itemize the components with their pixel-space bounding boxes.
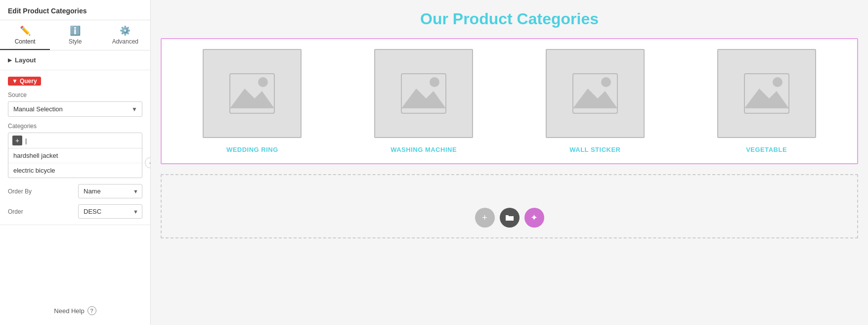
product-card-2: WALL STICKER (531, 49, 659, 153)
layout-arrow-icon: ▶ (8, 57, 12, 63)
query-section: ▼ Query Source Manual Selection All Cate… (0, 70, 150, 225)
tab-style[interactable]: ℹ️ Style (50, 20, 100, 50)
product-image-3 (717, 49, 816, 138)
category-item-1[interactable]: electric bicycle (8, 163, 142, 178)
categories-text-input[interactable] (25, 137, 138, 144)
order-by-label: Order By (8, 188, 32, 195)
order-row: Order DESC ASC ▼ (8, 204, 142, 219)
query-badge-label: Query (20, 78, 37, 85)
product-image-1 (374, 49, 473, 138)
categories-input-row: + (8, 133, 142, 148)
product-card-0: WEDDING RING (188, 49, 316, 153)
product-grid: WEDDING RING WASHING MACHINE WALL ST (161, 38, 858, 164)
categories-label: Categories (8, 123, 142, 130)
query-arrow-icon: ▼ (12, 78, 18, 85)
layout-section-title[interactable]: ▶ Layout (8, 56, 142, 64)
product-name-1: WASHING MACHINE (391, 146, 457, 153)
need-help[interactable]: Need Help ? (0, 296, 150, 325)
tab-advanced[interactable]: ⚙️ Advanced (100, 20, 150, 50)
add-block-button[interactable]: + (475, 208, 495, 228)
style-icon: ℹ️ (70, 25, 81, 36)
add-category-button[interactable]: + (12, 136, 22, 145)
order-by-select[interactable]: Name Date ID (78, 184, 142, 198)
svg-point-10 (773, 77, 782, 87)
categories-box: + hardshell jacket electric bicycle (8, 133, 142, 178)
page-title: Our Product Categories (161, 10, 858, 28)
query-badge[interactable]: ▼ Query (8, 77, 41, 86)
help-icon: ? (87, 306, 96, 315)
svg-point-7 (601, 77, 611, 87)
category-item-0[interactable]: hardshell jacket (8, 148, 142, 163)
tab-content[interactable]: ✏️ Content (0, 20, 50, 50)
magic-button[interactable]: ✦ (524, 208, 544, 228)
source-label: Source (8, 92, 142, 98)
product-card-1: WASHING MACHINE (359, 49, 488, 153)
content-icon: ✏️ (20, 25, 31, 36)
product-image-2 (546, 49, 645, 138)
order-label: Order (8, 208, 23, 215)
order-by-row: Order By Name Date ID ▼ (8, 184, 142, 198)
svg-point-1 (258, 77, 268, 87)
product-name-0: WEDDING RING (226, 146, 278, 153)
product-image-0 (203, 49, 302, 138)
layout-label: Layout (15, 56, 36, 64)
tab-advanced-label: Advanced (112, 38, 138, 45)
product-name-3: VEGETABLE (746, 146, 787, 153)
order-select-wrapper: DESC ASC ▼ (78, 204, 142, 219)
svg-point-4 (430, 77, 439, 87)
order-by-select-wrapper: Name Date ID ▼ (78, 184, 142, 198)
layout-section: ▶ Layout (0, 50, 150, 70)
product-name-2: WALL STICKER (569, 146, 620, 153)
dashed-placeholder-box: + ✦ (161, 174, 858, 238)
advanced-icon: ⚙️ (120, 25, 130, 36)
tab-style-label: Style (69, 38, 82, 45)
folder-button[interactable] (500, 208, 520, 228)
tabs-bar: ✏️ Content ℹ️ Style ⚙️ Advanced (0, 20, 150, 50)
source-select[interactable]: Manual Selection All Categories (8, 101, 142, 117)
tab-content-label: Content (15, 38, 36, 45)
bottom-actions: + ✦ (475, 208, 544, 228)
sidebar: Edit Product Categories ✏️ Content ℹ️ St… (0, 0, 151, 325)
product-card-3: VEGETABLE (702, 49, 831, 153)
order-select[interactable]: DESC ASC (78, 204, 142, 219)
sidebar-header: Edit Product Categories (0, 0, 150, 20)
need-help-label: Need Help (54, 307, 84, 315)
source-select-wrapper: Manual Selection All Categories ▼ (8, 101, 142, 117)
main-content: Our Product Categories WEDDING RING WA (151, 0, 868, 325)
